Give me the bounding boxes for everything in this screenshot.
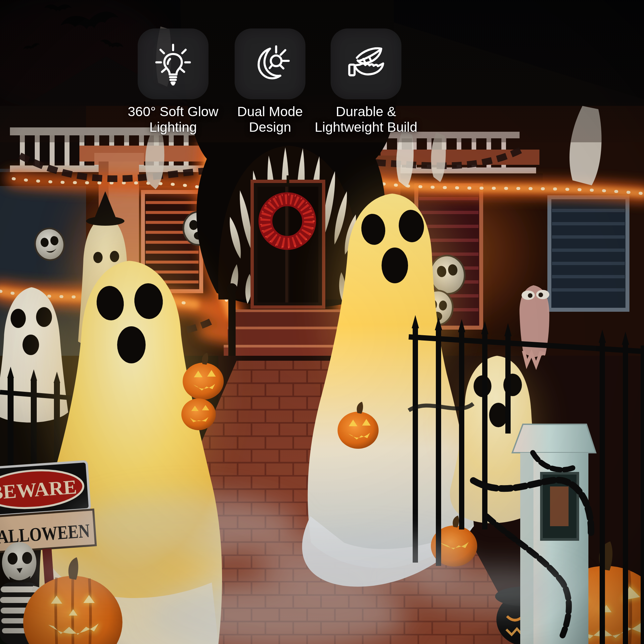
halloween-product-scene: BEWARE HALLOWEEN — [0, 0, 644, 644]
feature-line: Lightweight Build — [306, 119, 426, 135]
feature-label-durable: Durable & Lightweight Build — [306, 104, 426, 135]
feature-card-soft-glow — [138, 28, 208, 99]
moon-sun-icon — [247, 41, 293, 87]
light-bulb-rays-icon — [150, 41, 196, 87]
feature-card-durable-lightweight — [331, 28, 401, 99]
feature-line: Durable & — [306, 104, 426, 119]
feature-card-dual-mode — [235, 28, 305, 99]
hand-holding-feather-icon — [343, 41, 389, 87]
night-scene-illustration: BEWARE HALLOWEEN — [0, 0, 644, 644]
